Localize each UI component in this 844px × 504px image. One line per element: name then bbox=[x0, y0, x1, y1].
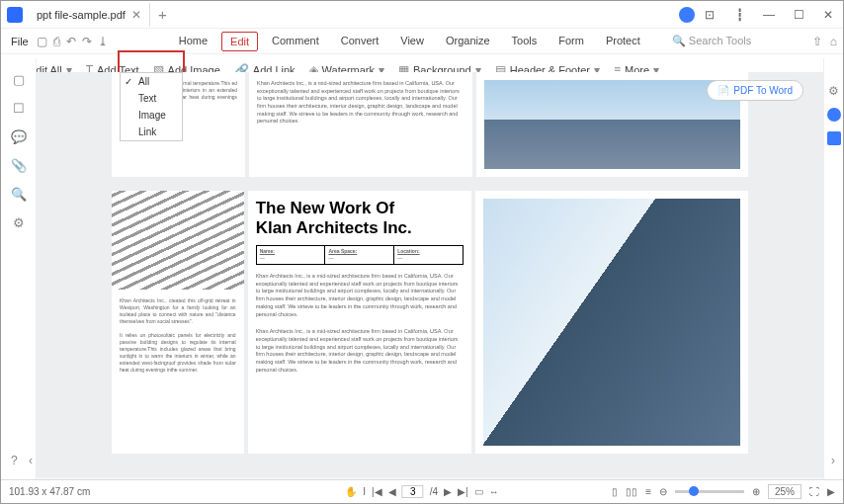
file-tab[interactable]: ppt file-sample.pdf ✕ bbox=[29, 3, 150, 27]
zoom-in-icon[interactable]: ⊕ bbox=[752, 486, 760, 497]
page-total: /4 bbox=[430, 486, 438, 497]
tab-protect[interactable]: Protect bbox=[598, 32, 648, 51]
close-button[interactable]: ✕ bbox=[813, 8, 843, 22]
help-icon[interactable]: ? bbox=[11, 454, 18, 467]
app-icon bbox=[7, 7, 23, 23]
fit-page-icon[interactable]: ▭ bbox=[474, 486, 483, 497]
print-icon[interactable]: ⎙ bbox=[53, 35, 60, 48]
page-dimensions: 101.93 x 47.87 cm bbox=[9, 486, 90, 497]
new-tab-button[interactable]: + bbox=[150, 6, 175, 23]
prev-page-icon[interactable]: ◀ bbox=[388, 486, 396, 497]
zoom-handle[interactable] bbox=[689, 486, 699, 496]
fullscreen-icon[interactable]: ⛶ bbox=[809, 486, 819, 497]
minimize-button[interactable]: — bbox=[754, 8, 784, 22]
view-continuous-icon[interactable]: ≡ bbox=[645, 486, 651, 497]
expand-icon[interactable]: ⌂ bbox=[830, 35, 837, 48]
settings-icon[interactable]: ⚙ bbox=[828, 84, 839, 98]
save-icon[interactable]: ⤓ bbox=[98, 35, 108, 48]
edit-all-dropdown: All Text Image Link bbox=[120, 72, 183, 141]
close-icon[interactable]: ✕ bbox=[131, 8, 141, 22]
tab-form[interactable]: Form bbox=[550, 32, 592, 51]
prev-arrow[interactable]: ‹ bbox=[29, 454, 33, 467]
comments-icon[interactable]: 💬 bbox=[11, 129, 27, 144]
view-double-icon[interactable]: ▯▯ bbox=[626, 486, 637, 497]
page-main-column: The New Work OfKlan Architects Inc. Name… bbox=[248, 191, 471, 454]
tab-edit[interactable]: Edit bbox=[221, 32, 258, 51]
tab-comment[interactable]: Comment bbox=[264, 32, 327, 51]
dropdown-link[interactable]: Link bbox=[121, 124, 182, 140]
page-input[interactable] bbox=[402, 485, 424, 498]
tab-home[interactable]: Home bbox=[171, 32, 215, 51]
next-page-icon[interactable]: ▶ bbox=[444, 486, 452, 497]
menu-dots-icon[interactable]: ┇ bbox=[724, 8, 754, 22]
fit-width-icon[interactable]: ↔ bbox=[489, 486, 499, 497]
tab-view[interactable]: View bbox=[392, 32, 432, 51]
search-tools[interactable]: 🔍 Search Tools bbox=[672, 35, 751, 47]
gear-icon[interactable]: ⚙ bbox=[13, 215, 25, 230]
view-single-icon[interactable]: ▯ bbox=[612, 486, 618, 497]
present-icon[interactable]: ▶ bbox=[827, 486, 835, 497]
tab-convert[interactable]: Convert bbox=[333, 32, 387, 51]
thumbnails-icon[interactable]: ▢ bbox=[13, 72, 25, 87]
undo-icon[interactable]: ↶ bbox=[66, 35, 76, 48]
dropdown-all[interactable]: All bbox=[121, 73, 182, 90]
dropdown-image[interactable]: Image bbox=[121, 107, 182, 124]
open-icon[interactable]: ▢ bbox=[37, 35, 47, 48]
tab-title: ppt file-sample.pdf bbox=[37, 9, 126, 21]
file-menu[interactable]: File bbox=[7, 36, 33, 47]
last-page-icon[interactable]: ▶| bbox=[458, 486, 468, 497]
zoom-out-icon[interactable]: ⊖ bbox=[659, 486, 667, 497]
zoom-slider[interactable] bbox=[675, 490, 744, 493]
page-text-center: Khan Architects Inc., is a mid-sized arc… bbox=[249, 72, 472, 177]
right-sidebar: ⚙ bbox=[823, 58, 843, 479]
tab-tools[interactable]: Tools bbox=[504, 32, 546, 51]
share-icon[interactable]: ⇧ bbox=[812, 35, 822, 48]
ai-icon[interactable] bbox=[827, 108, 841, 122]
avatar[interactable] bbox=[679, 7, 695, 23]
next-arrow[interactable]: › bbox=[831, 454, 835, 467]
redo-icon[interactable]: ↷ bbox=[82, 35, 92, 48]
maximize-button[interactable]: ☐ bbox=[784, 8, 813, 22]
pdf-to-word-button[interactable]: 📄 PDF To Word bbox=[707, 80, 803, 101]
hand-tool-icon[interactable]: ✋ bbox=[345, 486, 357, 497]
select-tool-icon[interactable]: I bbox=[363, 486, 366, 497]
zoom-value[interactable]: 25% bbox=[768, 484, 802, 499]
tab-organize[interactable]: Organize bbox=[438, 32, 498, 51]
page-image-left: Khan Architects Inc., created this off-g… bbox=[112, 191, 244, 454]
translate-icon[interactable] bbox=[827, 131, 841, 145]
attachments-icon[interactable]: 📎 bbox=[11, 158, 27, 173]
dropdown-text[interactable]: Text bbox=[121, 90, 182, 107]
left-sidebar: ▢ ☐ 💬 📎 🔍 ⚙ bbox=[1, 58, 37, 479]
first-page-icon[interactable]: |◀ bbox=[372, 486, 382, 497]
feedback-icon[interactable]: ⊡ bbox=[695, 8, 724, 22]
bookmarks-icon[interactable]: ☐ bbox=[13, 101, 25, 116]
search-icon[interactable]: 🔍 bbox=[11, 187, 27, 202]
page-image-right-2 bbox=[475, 191, 748, 454]
